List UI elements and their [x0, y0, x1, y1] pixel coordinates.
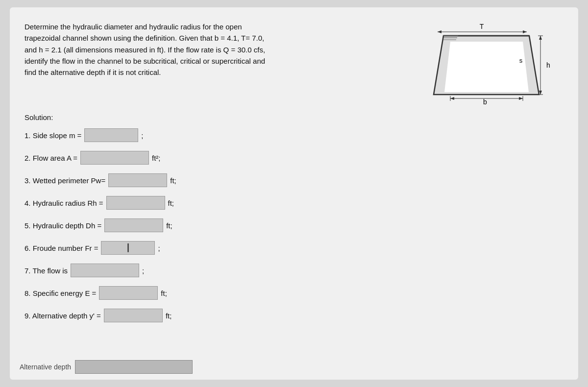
- svg-marker-2: [438, 30, 441, 33]
- problem-line5: find the alternative depth if it is not …: [24, 68, 161, 76]
- q2-label: 2. Flow area A =: [24, 154, 77, 162]
- problem-line1: Determine the hydraulic diameter and hyd…: [24, 23, 242, 31]
- q8-unit: ft;: [161, 289, 167, 297]
- q4-unit: ft;: [168, 199, 174, 207]
- diagram-area: T: [407, 21, 564, 104]
- problem-line4: identify the flow in the channel to be s…: [24, 57, 265, 65]
- s-label: s: [519, 57, 523, 64]
- channel-diagram: T: [409, 21, 561, 104]
- problem-line2: trapezoidal channel shown using the defi…: [24, 34, 264, 42]
- q4-answer[interactable]: [106, 196, 165, 210]
- svg-marker-13: [539, 36, 542, 40]
- T-label: T: [480, 23, 484, 30]
- q6-answer[interactable]: ┃: [101, 241, 155, 255]
- problem-text: Determine the hydraulic diameter and hyd…: [24, 21, 397, 104]
- question-row-7: 7. The flow is ;: [24, 264, 564, 277]
- question-row-8: 8. Specific energy E = ft;: [24, 286, 564, 300]
- q2-unit: ft²;: [152, 154, 161, 162]
- q6-label: 6. Froude number Fr =: [24, 244, 98, 252]
- q1-answer[interactable]: [84, 128, 138, 142]
- q5-label: 5. Hydraulic depth Dh =: [24, 221, 101, 230]
- question-row-5: 5. Hydraulic depth Dh = ft;: [24, 218, 564, 232]
- bottom-bar: Alternative depth: [20, 360, 568, 374]
- q3-label: 3. Wetted perimeter Pw=: [24, 176, 105, 185]
- top-section: Determine the hydraulic diameter and hyd…: [24, 21, 564, 104]
- q9-label: 9. Alternative depth y' =: [24, 312, 101, 320]
- question-row-9: 9. Alternative depth y' = ft;: [24, 309, 564, 322]
- q8-label: 8. Specific energy E =: [24, 289, 96, 297]
- b-label: b: [483, 98, 487, 106]
- q1-unit: ;: [141, 131, 143, 140]
- q6-unit: ;: [158, 244, 160, 252]
- svg-marker-5: [444, 42, 529, 92]
- q7-label: 7. The flow is: [24, 266, 68, 275]
- q2-answer[interactable]: [80, 151, 149, 165]
- question-row-1: 1. Side slope m = ;: [24, 128, 564, 142]
- svg-marker-18: [450, 97, 454, 100]
- q1-label: 1. Side slope m =: [24, 131, 81, 140]
- question-row-4: 4. Hydraulic radius Rh = ft;: [24, 196, 564, 210]
- q8-answer[interactable]: [99, 286, 158, 300]
- q9-unit: ft;: [166, 312, 172, 320]
- q3-unit: ft;: [170, 176, 176, 185]
- q9-answer[interactable]: [104, 309, 163, 322]
- svg-marker-3: [523, 30, 527, 33]
- solution-label: Solution:: [24, 113, 564, 121]
- problem-line3: and h = 2.1 (all dimensions measured in …: [24, 46, 265, 54]
- question-row-3: 3. Wetted perimeter Pw= ft;: [24, 173, 564, 187]
- question-row-2: 2. Flow area A = ft²;: [24, 151, 564, 165]
- q5-answer[interactable]: [104, 218, 163, 232]
- questions-grid: 1. Side slope m = ; 2. Flow area A = ft²…: [24, 128, 564, 322]
- q4-label: 4. Hydraulic radius Rh =: [24, 199, 103, 207]
- question-row-6: 6. Froude number Fr = ┃ ;: [24, 241, 564, 255]
- q7-unit: ;: [142, 266, 144, 275]
- alt-depth-label: Alternative depth: [20, 363, 71, 371]
- h-label: h: [546, 61, 550, 69]
- svg-marker-19: [519, 97, 523, 100]
- main-page: Determine the hydraulic diameter and hyd…: [10, 7, 578, 380]
- alt-depth-box[interactable]: [75, 360, 193, 374]
- q3-answer[interactable]: [108, 173, 167, 187]
- q7-answer[interactable]: [71, 264, 139, 277]
- q5-unit: ft;: [166, 221, 172, 230]
